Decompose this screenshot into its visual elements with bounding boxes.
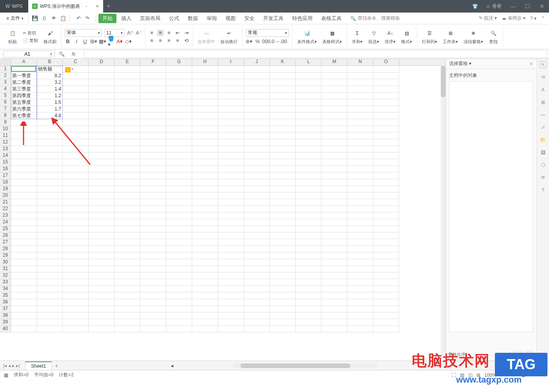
cell[interactable] — [166, 239, 192, 246]
cell[interactable] — [140, 152, 166, 159]
row-header[interactable]: 5 — [0, 93, 11, 99]
cell[interactable] — [166, 179, 192, 186]
cell[interactable] — [37, 312, 63, 319]
cell[interactable] — [296, 119, 322, 126]
cell[interactable] — [89, 292, 115, 299]
cell[interactable] — [296, 239, 322, 246]
cell[interactable] — [166, 252, 192, 259]
cell[interactable] — [373, 192, 399, 199]
tab-extra-icon[interactable]: ▫ — [82, 4, 90, 9]
row-header[interactable]: 17 — [0, 172, 11, 179]
cell[interactable] — [373, 179, 399, 186]
cell[interactable] — [140, 266, 166, 272]
cell[interactable] — [270, 312, 296, 319]
cell[interactable] — [218, 252, 244, 259]
cell[interactable] — [244, 292, 270, 299]
cell[interactable] — [63, 306, 89, 312]
row-header[interactable]: 18 — [0, 179, 11, 186]
command-search[interactable]: 🔍 查找命令、搜索模板 — [350, 15, 400, 22]
merge-center-button[interactable]: ▭ 合并居中 — [196, 29, 216, 45]
row-header[interactable]: 31 — [0, 266, 11, 272]
cell[interactable] — [373, 226, 399, 232]
cell[interactable] — [89, 286, 115, 292]
cell[interactable] — [166, 266, 192, 272]
cell[interactable] — [140, 239, 166, 246]
cell[interactable] — [140, 66, 166, 73]
cell[interactable] — [373, 279, 399, 286]
cell[interactable] — [63, 299, 89, 306]
cell[interactable] — [89, 279, 115, 286]
cell[interactable] — [296, 139, 322, 146]
cell[interactable] — [115, 279, 140, 286]
cell[interactable] — [347, 99, 373, 106]
cell[interactable] — [218, 226, 244, 232]
col-header[interactable]: M — [322, 59, 347, 65]
cell[interactable] — [11, 326, 37, 332]
row-header[interactable]: 6 — [0, 99, 11, 106]
cell[interactable] — [115, 192, 140, 199]
cell[interactable] — [322, 199, 347, 206]
cell-reference-input[interactable] — [3, 51, 52, 58]
cell[interactable] — [218, 192, 244, 199]
cell[interactable] — [296, 299, 322, 306]
copy-button[interactable]: 📄 复制 — [21, 37, 40, 44]
cell[interactable] — [270, 99, 296, 106]
fx-icon[interactable]: fx — [69, 51, 78, 57]
cell[interactable] — [115, 206, 140, 212]
cell[interactable] — [89, 212, 115, 219]
indent-decrease-icon[interactable]: ⇤ — [175, 30, 181, 36]
cell[interactable] — [89, 93, 115, 99]
cell[interactable] — [63, 79, 89, 86]
cell[interactable] — [63, 199, 89, 206]
cell[interactable] — [244, 192, 270, 199]
cell[interactable] — [218, 139, 244, 146]
grid[interactable]: A B C D E F G H I J K L M N O 1销售额2第一季度8… — [0, 59, 445, 361]
cell[interactable] — [115, 86, 140, 93]
cell[interactable] — [166, 292, 192, 299]
cell[interactable] — [373, 172, 399, 179]
cell[interactable] — [115, 93, 140, 99]
cell[interactable] — [296, 252, 322, 259]
cell[interactable] — [270, 66, 296, 73]
row-header[interactable]: 16 — [0, 166, 11, 172]
cell[interactable] — [89, 199, 115, 206]
cell[interactable] — [322, 106, 347, 113]
cell[interactable] — [89, 226, 115, 232]
add-sheet-button[interactable]: + — [52, 363, 61, 369]
image-icon[interactable]: 🖼 — [540, 149, 547, 156]
cell[interactable] — [192, 199, 218, 206]
cell[interactable] — [244, 106, 270, 113]
cell[interactable] — [115, 286, 140, 292]
cell[interactable] — [115, 292, 140, 299]
cell[interactable] — [270, 232, 296, 239]
cell[interactable]: 1.2 — [37, 93, 63, 99]
cell[interactable] — [140, 186, 166, 192]
cell[interactable] — [244, 306, 270, 312]
view-page-icon[interactable]: ◫ — [468, 372, 473, 378]
cell[interactable] — [218, 212, 244, 219]
cell[interactable] — [140, 192, 166, 199]
cell[interactable] — [115, 186, 140, 192]
cell[interactable] — [89, 246, 115, 252]
cell[interactable] — [11, 192, 37, 199]
cell[interactable] — [192, 186, 218, 192]
cell[interactable] — [63, 239, 89, 246]
cell[interactable] — [37, 299, 63, 306]
cell[interactable] — [218, 152, 244, 159]
cell[interactable] — [373, 159, 399, 166]
freeze-button[interactable]: ❄冻结窗格▾ — [462, 29, 485, 45]
cell[interactable] — [166, 139, 192, 146]
cell[interactable] — [244, 113, 270, 119]
cell[interactable] — [244, 132, 270, 139]
cell[interactable] — [140, 79, 166, 86]
cell[interactable] — [244, 219, 270, 226]
name-box[interactable]: ▾ — [0, 49, 55, 58]
cell[interactable] — [166, 106, 192, 113]
cell[interactable] — [115, 106, 140, 113]
cell[interactable] — [322, 259, 347, 266]
distribute-icon[interactable]: ≡ — [175, 38, 181, 44]
cell[interactable] — [373, 326, 399, 332]
cell[interactable] — [89, 172, 115, 179]
cell[interactable] — [347, 286, 373, 292]
cell[interactable] — [218, 159, 244, 166]
